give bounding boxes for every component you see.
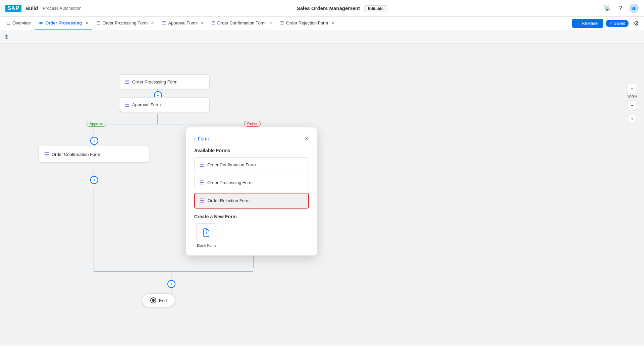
blank-form-card[interactable]: Blank Form — [194, 223, 218, 247]
order-confirmation-form-node[interactable]: ☰ Order Confirmation Form — [39, 146, 149, 163]
available-forms-title: Available Forms — [194, 148, 309, 153]
tab-approval-form-close[interactable]: ✕ — [200, 21, 203, 25]
approval-form-node-label: Approval Form — [132, 102, 161, 107]
zoom-info-button[interactable]: ℹ — [628, 114, 637, 123]
order-processing-form-node-label: Order Processing Form — [132, 79, 177, 84]
approve-label: Approve — [87, 121, 106, 127]
order-processing-form-node[interactable]: ☰ Order Processing Form — [119, 74, 210, 89]
saved-check: ✓ — [609, 21, 612, 26]
tab-order-confirmation-form[interactable]: ☰ Order Confirmation Form ✕ — [207, 17, 276, 30]
end-circle-icon — [150, 297, 156, 303]
blank-form-label: Blank Form — [194, 243, 218, 247]
tab-order-processing-form[interactable]: ☰ Order Processing Form ✕ — [92, 17, 158, 30]
tab-order-processing-close[interactable]: ✕ — [85, 21, 88, 25]
tab-overview-label: Overview — [12, 20, 31, 25]
form-item-order-confirmation-icon: ☰ — [199, 162, 204, 168]
overview-icon: ◻ — [7, 20, 10, 25]
order-processing-form-node-icon: ☰ — [125, 79, 129, 85]
page-title: Sales Orders Management Editable — [86, 5, 598, 11]
header: SAP Build Process Automation Sales Order… — [0, 0, 644, 17]
plus-below-ocf[interactable]: + — [90, 176, 98, 184]
end-dot — [152, 299, 155, 302]
blank-form-icon — [196, 223, 216, 242]
tabs-right: ↑ Release ✓ Saved ⚙ — [572, 18, 641, 28]
order-processing-form-icon: ☰ — [96, 20, 100, 25]
zoom-out-button[interactable]: − — [628, 101, 637, 110]
modal: ‹ Form ✕ Available Forms ☰ Order Confirm… — [186, 127, 317, 255]
editable-badge: Editable — [364, 5, 387, 12]
end-node-label: End — [159, 298, 167, 303]
sap-logo-box: SAP — [5, 5, 21, 12]
app-name: Build — [25, 5, 38, 11]
zoom-in-button[interactable]: + — [628, 84, 637, 93]
modal-overlay: ‹ Form ✕ Available Forms ☰ Order Confirm… — [0, 44, 644, 345]
toolbar: 🗑 — [0, 30, 644, 44]
form-item-order-rejection[interactable]: ☰ Order Rejection Form — [194, 193, 309, 209]
plus-merge[interactable]: + — [167, 280, 175, 288]
order-rejection-form-tab-icon: ☰ — [280, 20, 284, 25]
modal-close-button[interactable]: ✕ — [305, 135, 309, 142]
tab-overview[interactable]: ◻ Overview — [3, 17, 35, 30]
form-item-order-rejection-label: Order Rejection Form — [208, 198, 250, 203]
tab-order-processing-label: Order Processing — [45, 20, 82, 25]
form-item-order-processing-label: Order Processing Form — [207, 180, 253, 185]
header-icons: 📡 ? SH — [602, 4, 639, 13]
form-item-order-confirmation-label: Order Confirmation Form — [207, 162, 256, 167]
form-item-order-processing-icon: ☰ — [199, 179, 204, 186]
zoom-level-display: 100% — [627, 95, 637, 99]
tab-order-confirmation-form-close[interactable]: ✕ — [269, 21, 272, 25]
delete-icon[interactable]: 🗑 — [4, 34, 9, 40]
modal-back-button[interactable]: ‹ Form — [194, 136, 209, 141]
settings-icon[interactable]: ⚙ — [631, 18, 641, 28]
order-confirmation-form-tab-icon: ☰ — [211, 20, 215, 25]
release-button[interactable]: ↑ Release — [572, 19, 603, 28]
form-item-order-confirmation[interactable]: ☰ Order Confirmation Form — [194, 157, 309, 172]
approval-form-node[interactable]: ☰ Approval Form — [119, 97, 210, 112]
avatar[interactable]: SH — [629, 4, 639, 13]
tab-order-rejection-form-close[interactable]: ✕ — [331, 21, 334, 25]
modal-header: ‹ Form ✕ — [194, 135, 309, 142]
saved-badge: ✓ Saved — [606, 20, 629, 27]
back-chevron-icon: ‹ — [194, 136, 196, 141]
create-new-form-title: Create a New Form — [194, 214, 309, 219]
tab-approval-form-label: Approval Form — [168, 20, 197, 25]
tab-order-confirmation-form-label: Order Confirmation Form — [217, 20, 266, 25]
tab-order-rejection-form[interactable]: ☰ Order Rejection Form ✕ — [276, 17, 338, 30]
app-subtitle: Process Automation — [43, 6, 82, 11]
tab-order-processing[interactable]: ≫ Order Processing ✕ — [35, 17, 92, 30]
order-confirmation-form-node-label: Order Confirmation Form — [52, 152, 100, 157]
approval-form-node-icon: ☰ — [125, 102, 129, 108]
release-icon: ↑ — [578, 21, 580, 26]
order-confirmation-form-node-icon: ☰ — [44, 151, 49, 158]
canvas: ☰ Order Processing Form + ☰ Approval For… — [0, 44, 644, 345]
tab-order-processing-form-label: Order Processing Form — [102, 20, 148, 25]
tab-order-rejection-form-label: Order Rejection Form — [286, 20, 328, 25]
modal-back-label: Form — [198, 136, 209, 141]
tab-approval-form[interactable]: ☰ Approval Form ✕ — [158, 17, 207, 30]
plus-approve-branch[interactable]: + — [90, 137, 98, 145]
tabs-bar: ◻ Overview ≫ Order Processing ✕ ☰ Order … — [0, 17, 644, 30]
sap-logo: SAP — [5, 5, 21, 12]
order-processing-icon: ≫ — [39, 20, 43, 25]
approval-form-icon: ☰ — [162, 20, 166, 25]
tab-order-processing-form-close[interactable]: ✕ — [151, 21, 154, 25]
canvas-connectors — [0, 44, 644, 345]
notifications-icon[interactable]: 📡 — [602, 4, 612, 13]
form-item-order-processing[interactable]: ☰ Order Processing Form — [194, 175, 309, 190]
zoom-controls: + 100% − ℹ — [627, 84, 637, 123]
end-node[interactable]: End — [142, 293, 175, 307]
reject-label: Reject — [244, 121, 261, 127]
help-icon[interactable]: ? — [616, 4, 625, 13]
form-item-order-rejection-icon: ☰ — [200, 197, 204, 204]
